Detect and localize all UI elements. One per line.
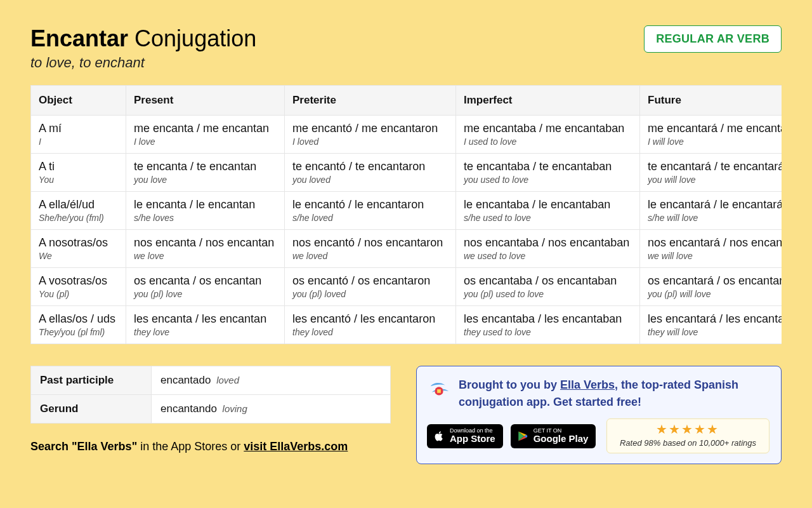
cell-present: nos encanta / nos encantanwe love	[126, 230, 285, 268]
cell-secondary: we loved	[292, 251, 448, 261]
cell-secondary: they will love	[648, 327, 782, 337]
visit-ellaverbs-link[interactable]: visit EllaVerbs.com	[244, 440, 348, 453]
conjugation-table-container: Object Present Preterite Imperfect Futur…	[30, 85, 782, 344]
cell-object: A vosotras/osYou (pl)	[31, 268, 126, 306]
cell-object: A ellas/os / udsThey/you (pl fml)	[31, 306, 126, 344]
gerund-row: Gerund encantando loving	[31, 395, 391, 424]
rating-text: Rated 98% based on 10,000+ ratings	[620, 438, 756, 448]
cell-secondary: I loved	[292, 137, 448, 147]
cell-imperfect: os encantaba / os encantabanyou (pl) use…	[456, 268, 640, 306]
cell-secondary: you used to love	[464, 175, 632, 185]
table-row: A tiYoute encanta / te encantanyou lovet…	[31, 154, 782, 192]
page-title: Encantar Conjugation	[30, 25, 256, 52]
gerund-en: loving	[223, 403, 247, 414]
cell-secondary: you (pl) love	[134, 289, 277, 299]
google-play-badge[interactable]: GET IT ONGoogle Play	[511, 424, 596, 448]
cell-present: me encanta / me encantanI love	[126, 116, 285, 154]
cell-object: A ella/él/udShe/he/you (fml)	[31, 192, 126, 230]
cell-primary: les encantaba / les encantaban	[464, 312, 632, 326]
cell-imperfect: les encantaba / les encantabanthey used …	[456, 306, 640, 344]
verb-name: Encantar	[30, 25, 128, 51]
table-row: A vosotras/osYou (pl)os encanta / os enc…	[31, 268, 782, 306]
cell-primary: me encanta / me encantan	[134, 122, 277, 135]
cell-secondary: we love	[134, 251, 277, 261]
cell-secondary: I will love	[648, 137, 782, 147]
cell-secondary: we will love	[648, 251, 782, 261]
search-mid: in the App Stores or	[137, 440, 244, 453]
cell-future: os encantará / os encantarányou (pl) wil…	[640, 268, 782, 306]
table-row: A míIme encanta / me encantanI loveme en…	[31, 116, 782, 154]
table-row: A nosotras/osWenos encanta / nos encanta…	[31, 230, 782, 268]
promo-prefix: Brought to you by	[459, 378, 560, 391]
cell-secondary: you (pl) used to love	[464, 289, 632, 299]
cell-secondary: they used to love	[464, 327, 632, 337]
cell-secondary: I used to love	[464, 137, 632, 147]
table-row: A ella/él/udShe/he/you (fml)le encanta /…	[31, 192, 782, 230]
cell-primary: A mí	[39, 122, 118, 135]
cell-object: A tiYou	[31, 154, 126, 192]
cell-secondary: We	[39, 251, 118, 261]
verb-forms-table: Past participle encantado loved Gerund e…	[30, 366, 391, 424]
cell-object: A nosotras/osWe	[31, 230, 126, 268]
cell-secondary: you love	[134, 175, 277, 185]
app-store-big: App Store	[450, 434, 495, 444]
cell-imperfect: nos encantaba / nos encantabanwe used to…	[456, 230, 640, 268]
cell-primary: A vosotras/os	[39, 274, 118, 288]
cell-secondary: s/he will love	[648, 213, 782, 223]
cell-primary: A ella/él/ud	[39, 198, 118, 211]
cell-primary: me encantó / me encantaron	[292, 122, 448, 135]
cell-secondary: She/he/you (fml)	[39, 213, 118, 223]
past-participle-row: Past participle encantado loved	[31, 366, 391, 395]
cell-primary: me encantará / me encantarán	[648, 122, 782, 135]
cell-primary: nos encantó / nos encantaron	[292, 236, 448, 250]
verb-type-badge: REGULAR AR VERB	[644, 25, 782, 53]
col-header-object: Object	[31, 86, 126, 116]
cell-imperfect: me encantaba / me encantabanI used to lo…	[456, 116, 640, 154]
cell-primary: te encanta / te encantan	[134, 160, 277, 173]
cell-primary: nos encantaba / nos encantaban	[464, 236, 632, 250]
cell-future: nos encantará / nos encantaránwe will lo…	[640, 230, 782, 268]
gerund-value: encantando loving	[152, 395, 391, 424]
cell-primary: te encantaba / te encantaban	[464, 160, 632, 173]
ella-verbs-link[interactable]: Ella Verbs	[560, 378, 615, 391]
cell-primary: les encantará / les encantarán	[648, 312, 782, 326]
cell-imperfect: le encantaba / le encantabans/he used to…	[456, 192, 640, 230]
cell-secondary: You (pl)	[39, 289, 118, 299]
table-header-row: Object Present Preterite Imperfect Futur…	[31, 86, 782, 116]
verb-translation: to love, to enchant	[30, 55, 256, 71]
cell-primary: le encantará / le encantarán	[648, 198, 782, 211]
col-header-imperfect: Imperfect	[456, 86, 640, 116]
col-header-present: Present	[126, 86, 285, 116]
promo-card: Brought to you by Ella Verbs, the top-ra…	[416, 366, 782, 464]
app-store-badge[interactable]: Download on theApp Store	[427, 424, 503, 448]
cell-future: les encantará / les encantaránthey will …	[640, 306, 782, 344]
cell-preterite: nos encantó / nos encantaronwe loved	[285, 230, 456, 268]
cell-primary: os encantaba / os encantaban	[464, 274, 632, 288]
ella-verbs-logo-icon	[427, 378, 451, 402]
col-header-future: Future	[640, 86, 782, 116]
past-participle-en: loved	[216, 375, 239, 385]
cell-preterite: te encantó / te encantaronyou loved	[285, 154, 456, 192]
gerund-label: Gerund	[31, 395, 152, 424]
cell-primary: nos encanta / nos encantan	[134, 236, 277, 250]
star-icons: ★★★★★	[620, 423, 756, 436]
past-participle-value: encantado loved	[152, 366, 391, 395]
rating-box: ★★★★★ Rated 98% based on 10,000+ ratings	[606, 418, 769, 453]
cell-primary: me encantaba / me encantaban	[464, 122, 632, 135]
cell-secondary: s/he loves	[134, 213, 277, 223]
cell-present: les encanta / les encantanthey love	[126, 306, 285, 344]
promo-text: Brought to you by Ella Verbs, the top-ra…	[459, 377, 769, 411]
cell-secondary: you (pl) will love	[648, 289, 782, 299]
cell-primary: te encantó / te encantaron	[292, 160, 448, 173]
cell-primary: nos encantará / nos encantarán	[648, 236, 782, 250]
cell-preterite: le encantó / le encantarons/he loved	[285, 192, 456, 230]
cell-present: os encanta / os encantanyou (pl) love	[126, 268, 285, 306]
cell-secondary: s/he used to love	[464, 213, 632, 223]
cell-primary: os encantará / os encantarán	[648, 274, 782, 288]
cell-primary: le encanta / le encantan	[134, 198, 277, 211]
cell-primary: os encanta / os encantan	[134, 274, 277, 288]
cell-future: me encantará / me encantaránI will love	[640, 116, 782, 154]
cell-primary: A ti	[39, 160, 118, 173]
cell-primary: te encantará / te encantarán	[648, 160, 782, 173]
search-prefix: Search "Ella Verbs"	[30, 440, 137, 453]
